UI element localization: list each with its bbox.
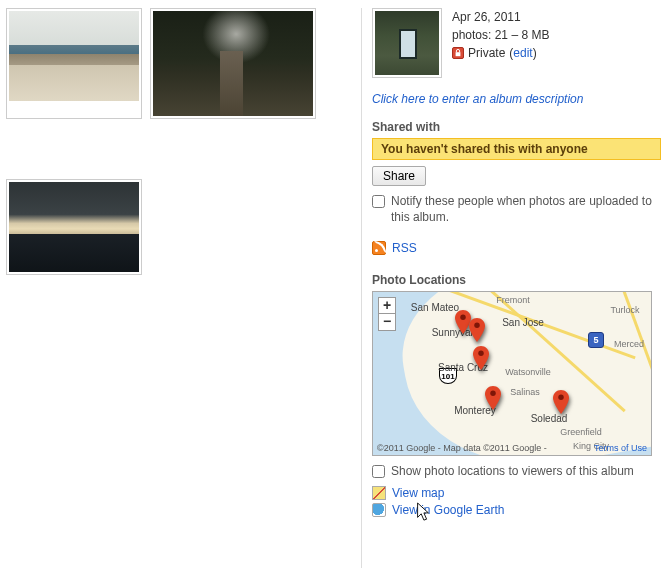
svg-point-4 (490, 391, 495, 396)
photo-thumb[interactable] (150, 8, 316, 119)
map-label: Fremont (496, 295, 530, 305)
map-label: Merced (614, 339, 644, 349)
shared-with-title: Shared with (372, 120, 661, 134)
svg-point-2 (474, 323, 479, 328)
album-description-prompt[interactable]: Click here to enter an album description (372, 92, 661, 106)
rss-link[interactable]: RSS (392, 241, 417, 255)
map-zoom-control[interactable]: + − (378, 297, 396, 331)
notify-label: Notify these people when photos are uplo… (391, 194, 661, 225)
highway-5-shield: 5 (588, 332, 604, 348)
map-icon (372, 486, 386, 500)
map-zoom-out[interactable]: − (379, 314, 395, 330)
map-copyright: ©2011 Google - Map data ©2011 Google - (377, 443, 547, 453)
svg-point-3 (478, 351, 483, 356)
map-pin[interactable] (473, 346, 489, 370)
map-pin[interactable] (469, 318, 485, 342)
rss-icon (372, 241, 386, 255)
lock-icon (452, 47, 464, 59)
map-label: San Mateo (411, 302, 459, 313)
photo-grid (6, 8, 361, 568)
sharing-banner: You haven't shared this with anyone (372, 138, 661, 160)
album-cover-thumb[interactable] (372, 8, 442, 78)
svg-point-1 (460, 315, 465, 320)
map-label: Greenfield (560, 427, 602, 437)
show-locations-checkbox[interactable] (372, 465, 385, 478)
photo-thumb[interactable] (6, 179, 142, 275)
map-pin[interactable] (553, 390, 569, 414)
privacy-label: Private (468, 44, 505, 62)
map-label: Salinas (510, 387, 540, 397)
map-zoom-in[interactable]: + (379, 298, 395, 314)
map-label: Soledad (531, 413, 568, 424)
album-date: Apr 26, 2011 (452, 8, 661, 26)
view-google-earth-link[interactable]: View in Google Earth (392, 503, 505, 517)
album-photo-count: photos: 21 – 8 MB (452, 26, 661, 44)
location-map[interactable]: + − 101 5 San Mateo Fremont Sunnyvale Sa… (372, 291, 652, 456)
google-earth-icon (372, 503, 386, 517)
share-button[interactable]: Share (372, 166, 426, 186)
map-label: Watsonville (505, 367, 551, 377)
album-sidebar: Apr 26, 2011 photos: 21 – 8 MB Private (… (361, 8, 661, 568)
map-label: Turlock (610, 305, 639, 315)
map-label: San Jose (502, 317, 544, 328)
show-locations-label: Show photo locations to viewers of this … (391, 464, 634, 480)
photo-locations-title: Photo Locations (372, 273, 661, 287)
map-pin[interactable] (485, 386, 501, 410)
view-map-link[interactable]: View map (392, 486, 444, 500)
photo-thumb[interactable] (6, 8, 142, 119)
notify-checkbox[interactable] (372, 195, 385, 208)
svg-rect-0 (456, 52, 461, 56)
svg-point-5 (558, 395, 563, 400)
map-terms-link[interactable]: Terms of Use (594, 443, 647, 453)
privacy-edit-link[interactable]: edit (513, 46, 532, 60)
